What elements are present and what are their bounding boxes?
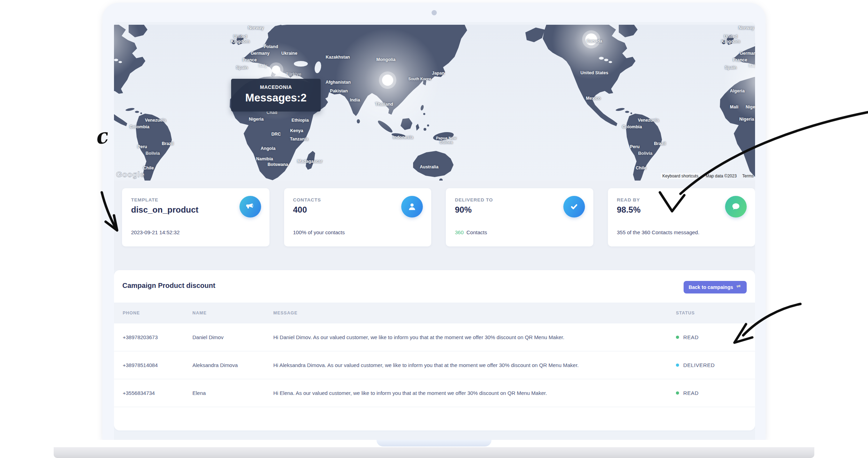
status-label: READ [683,334,699,340]
world-map[interactable]: VenezuelaColombiaBrazilPeruBoliviaChileN… [114,25,755,181]
stat-card-label: TEMPLATE [131,197,158,203]
stat-card-contacts: CONTACTS 400 100% of your contacts [284,188,432,246]
stats-section: TEMPLATE disc_on_product 2023-09-21 14:5… [114,181,755,270]
stat-card-sub: 100% of your contacts [293,229,345,235]
megaphone-emoji-icon [736,284,742,291]
map-tooltip-messages: Messages:2 [231,92,321,104]
status-dot [676,364,679,367]
stat-card-delivered: DELIVERED TO 90% 360Contacts [446,188,593,246]
stat-card-template: TEMPLATE disc_on_product 2023-09-21 14:5… [122,188,269,246]
laptop-base-notch [376,440,492,446]
cell-name: Elena [192,390,273,396]
google-logo: Google [116,170,145,179]
laptop-camera-dot [432,10,437,15]
canada-marker[interactable] [585,33,597,45]
delivered-count: 360 [455,229,464,235]
map-data-copyright: Map data ©2023 [706,174,737,178]
asia-marker[interactable] [382,75,393,86]
stat-card-value: 98.5% [617,205,641,215]
cell-status: READ [676,390,755,396]
cell-name: Aleksandra Dimova [192,362,273,368]
cell-status: DELIVERED [676,362,755,368]
cell-phone: +3556834734 [123,390,192,396]
cell-message: Hi Daniel Dimov. As our valued customer,… [273,334,676,340]
status-label: READ [683,390,699,396]
table-header-row: PHONE NAME MESSAGE STATUS [114,303,755,323]
stat-card-sub: 360Contacts [455,229,487,235]
terms-link[interactable]: Terms [742,174,754,178]
stat-card-label: CONTACTS [293,197,321,203]
stat-card-label: DELIVERED TO [455,197,493,203]
stat-card-value: 90% [455,205,472,215]
stat-card-value: disc_on_product [131,205,198,215]
cell-phone: +38978203673 [123,334,192,340]
column-header-phone: PHONE [123,311,192,315]
megaphone-icon [239,196,261,217]
table-row: +38978203673 Daniel Dimov Hi Daniel Dimo… [114,323,755,351]
cell-name: Daniel Dimov [192,334,273,340]
laptop-screen-bezel: VenezuelaColombiaBrazilPeruBoliviaChileN… [102,3,766,440]
column-header-name: NAME [192,311,273,315]
stat-card-value: 400 [293,205,307,215]
column-header-status: STATUS [676,311,755,315]
campaign-panel: Campaign Product discount Back to campai… [114,270,755,430]
stat-card-label: READ BY [617,197,640,203]
back-button-label: Back to campaings [688,284,733,290]
table-row: +38978514084 Aleksandra Dimova Hi Aleksa… [114,351,755,379]
back-to-campaigns-button[interactable]: Back to campaings [684,281,747,293]
world-map-canvas [114,25,755,181]
laptop-base-bar [54,447,814,458]
cell-message: Hi Elena. As our valued customer, we lik… [273,390,676,396]
check-icon [563,196,585,217]
macedonia-marker[interactable] [272,66,280,74]
campaign-title: Campaign Product discount [122,282,215,290]
cell-status: READ [676,334,755,340]
chat-icon [725,196,747,217]
stat-card-sub: 2023-09-21 14:52:32 [131,229,180,235]
map-attribution: Keyboard shortcuts Map data ©2023 Terms [661,173,754,179]
status-dot [676,336,679,339]
stat-card-read: READ BY 98.5% 355 of the 360 Contacts me… [608,188,755,246]
status-label: DELIVERED [683,362,715,368]
table-row: +3556834734 Elena Hi Elena. As our value… [114,379,755,407]
column-header-message: MESSAGE [273,311,676,315]
page: VenezuelaColombiaBrazilPeruBoliviaChileN… [0,0,868,458]
cell-phone: +38978514084 [123,362,192,368]
stat-card-sub: 355 of the 360 Contacts messaged. [617,229,700,235]
keyboard-shortcuts-link[interactable]: Keyboard shortcuts [661,173,700,179]
status-dot [676,391,679,395]
cell-message: Hi Aleksandra Dimova. As our valued cust… [273,362,676,368]
laptop-base [54,440,814,458]
app-screen: VenezuelaColombiaBrazilPeruBoliviaChileN… [114,22,755,440]
user-icon [401,196,423,217]
map-tooltip: MACEDONIA Messages:2 [231,79,321,112]
map-tooltip-country: MACEDONIA [231,84,321,90]
